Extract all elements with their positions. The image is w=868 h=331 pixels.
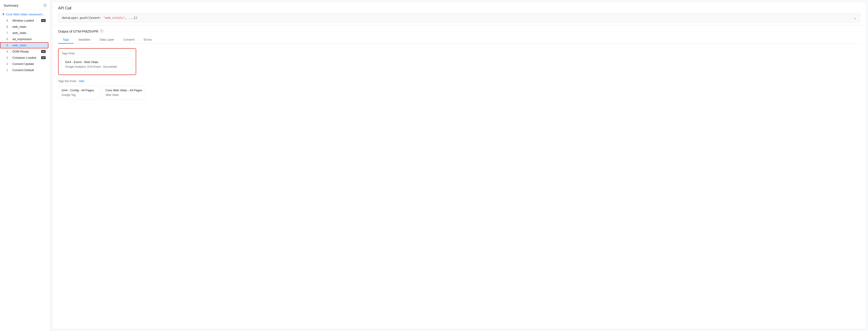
sidebar-title: Summary	[4, 3, 19, 7]
sidebar-item-badge: <>	[41, 56, 46, 59]
code-suffix: , ...})	[125, 16, 137, 20]
code-snippet: dataLayer.push({event: "web_vitals", ...…	[62, 16, 137, 20]
sidebar-item-label: Consent Default	[12, 68, 46, 72]
tab-data-layer[interactable]: Data Layer	[95, 36, 119, 43]
sidebar-section: ▼ Core Web Vitals measurem... 9Window Lo…	[0, 10, 50, 74]
sidebar-item-number: 7	[6, 31, 10, 35]
tags-not-fired-row: Tags Not Fired Hide	[58, 79, 861, 83]
sidebar-expand-label: Core Web Vitals measurem...	[6, 12, 45, 16]
sidebar-item-number: 6	[6, 38, 10, 41]
not-fired-card-title: GA4 - Config - All Pages	[62, 89, 96, 92]
tags-not-fired-container: Tags Not Fired Hide GA4 - Config - All P…	[58, 79, 861, 100]
code-prefix: dataLayer.push({event:	[62, 16, 103, 20]
tags-fired-section: Tags Fired GA4 - Event - Web VitalsGoogl…	[58, 48, 136, 75]
sidebar-header: Summary ☷	[0, 0, 50, 10]
filter-icon[interactable]: ☷	[43, 3, 46, 7]
sidebar-item[interactable]: 7web_vitals	[0, 30, 49, 36]
sidebar-item[interactable]: 1Consent Default	[0, 67, 49, 73]
sidebar-item-number: 4	[6, 50, 10, 53]
not-fired-cards: GA4 - Config - All PagesGoogle TagCore W…	[58, 86, 861, 100]
tag-card-title: GA4 - Event - Web Vitals	[65, 60, 129, 64]
output-header: Output of GTM-PMZ5VPR ⓘ	[58, 29, 861, 33]
sidebar-item[interactable]: 4DOM Ready<>	[0, 48, 49, 55]
expand-icon[interactable]: ⌄	[854, 15, 857, 20]
sidebar-item-number: 5	[6, 44, 10, 47]
tabs-bar: TagsVariablesData LayerConsentErrors	[58, 36, 861, 43]
output-title: Output of GTM-PMZ5VPR	[58, 29, 98, 33]
sidebar-item-number: 1	[6, 69, 10, 72]
main-outer: API Call dataLayer.push({event: "web_vit…	[52, 2, 866, 329]
tab-errors[interactable]: Errors	[139, 36, 156, 43]
tag-card-subtitle: Google Analytics: GA4 Event - Succeeded	[65, 65, 129, 68]
main-content: API Call dataLayer.push({event: "web_vit…	[53, 2, 866, 329]
sidebar-item[interactable]: 9Window Loaded<>	[0, 18, 49, 24]
main-header: API Call dataLayer.push({event: "web_vit…	[53, 2, 866, 26]
sidebar-item-label: web_vitals	[12, 25, 46, 28]
tag-fired-card[interactable]: GA4 - Event - Web VitalsGoogle Analytics…	[62, 57, 132, 71]
sidebar-item-number: 8	[6, 25, 10, 28]
code-row: dataLayer.push({event: "web_vitals", ...…	[58, 13, 861, 23]
not-fired-card-title: Core Web Vitals - All Pages	[105, 89, 142, 92]
tag-not-fired-card[interactable]: GA4 - Config - All PagesGoogle Tag	[58, 86, 99, 100]
tags-fired-cards: GA4 - Event - Web VitalsGoogle Analytics…	[62, 57, 132, 71]
sidebar-item-label: Container Loaded	[12, 56, 40, 59]
tab-tags[interactable]: Tags	[58, 36, 73, 43]
sidebar-item-badge: <>	[41, 50, 46, 53]
sidebar-item-badge: <>	[41, 19, 46, 22]
chevron-down-icon: ▼	[2, 12, 5, 16]
tags-fired-label: Tags Fired	[62, 52, 132, 55]
sidebar-item-label: web_vitals	[12, 31, 46, 35]
sidebar-items-container: 9Window Loaded<>8web_vitals7web_vitals6a…	[0, 18, 50, 73]
sidebar-item[interactable]: 3Container Loaded<>	[0, 55, 49, 61]
sidebar-item-label: Window Loaded	[12, 19, 40, 22]
tab-consent[interactable]: Consent	[119, 36, 139, 43]
tags-not-fired-label: Tags Not Fired	[58, 79, 76, 83]
sidebar-item-number: 9	[6, 19, 10, 22]
sidebar-item-label: web_vitals	[12, 43, 46, 47]
not-fired-card-subtitle: Google Tag	[62, 93, 96, 97]
tag-not-fired-card[interactable]: Core Web Vitals - All PagesWeb Vitals	[102, 86, 146, 100]
code-string: "web_vitals"	[103, 16, 125, 20]
sidebar-item-number: 3	[6, 56, 10, 59]
sidebar-item-label: Consent Update	[12, 62, 46, 66]
api-call-title: API Call	[58, 6, 861, 10]
sidebar-expand-row[interactable]: ▼ Core Web Vitals measurem...	[0, 11, 50, 18]
sidebar-item-label: ad_impression	[12, 37, 46, 41]
tab-variables[interactable]: Variables	[73, 36, 95, 43]
sidebar-item[interactable]: 5web_vitals	[0, 42, 49, 48]
info-icon[interactable]: ⓘ	[100, 29, 103, 33]
sidebar-item-number: 2	[6, 62, 10, 66]
hide-link[interactable]: Hide	[79, 79, 85, 83]
sidebar-item[interactable]: 2Consent Update	[0, 61, 49, 67]
not-fired-card-subtitle: Web Vitals	[105, 93, 142, 97]
sidebar-item-label: DOM Ready	[12, 50, 40, 53]
sidebar-item[interactable]: 6ad_impression	[0, 36, 49, 42]
output-section: Output of GTM-PMZ5VPR ⓘ TagsVariablesDat…	[53, 26, 866, 329]
tags-content: Tags Fired GA4 - Event - Web VitalsGoogl…	[58, 48, 861, 100]
sidebar-item[interactable]: 8web_vitals	[0, 24, 49, 30]
sidebar: Summary ☷ ▼ Core Web Vitals measurem... …	[0, 0, 51, 331]
